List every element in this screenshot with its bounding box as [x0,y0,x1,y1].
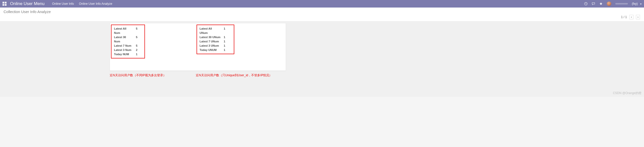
pager: 1 / 1 ‹ › [621,15,640,19]
stat-value: 5 [136,35,137,44]
right-stat-box: Latest All UNum1 Latest 30 UNum1 Latest … [197,25,234,54]
stat-row: Latest All Num5 [114,27,142,35]
pager-text: 1 / 1 [621,15,627,19]
top-navbar: Online User Menu Online User Info Online… [0,0,644,8]
stat-value: 2 [136,48,137,52]
pager-next-button[interactable]: › [636,15,640,19]
left-stat-box: Latest All Num5 Latest 30 Num5 Latest 7 … [111,25,145,58]
stat-row: Latest 3 Num2 [114,48,142,52]
stat-row: Latest 3 UNum1 [200,44,231,48]
sub-navbar: Collection User Info Analyze 1 / 1 ‹ › [0,8,644,22]
breadcrumb: Collection User Info Analyze [4,10,640,14]
form-sheet: Latest All Num5 Latest 30 Num5 Latest 7 … [110,23,286,71]
user-name[interactable]: (fxy) [632,2,638,6]
stat-value: 1 [224,27,225,35]
app-title: Online User Menu [10,1,45,6]
stat-label: Latest All UNum [200,27,221,35]
user-name-pill [615,3,628,5]
stat-value: 1 [136,52,137,56]
stat-row: Latest 30 Num5 [114,35,142,44]
stat-label: Latest 3 UNum [200,44,221,48]
stat-label: Latest 30 UNum [200,35,221,39]
stat-value: 1 [224,35,225,39]
apps-icon[interactable] [3,2,7,6]
user-avatar[interactable] [607,2,611,6]
stat-value: 5 [136,44,137,48]
stat-label: Latest 7 UNum [200,39,221,44]
watermark: CSDN @Orange的橙 [613,91,641,95]
stat-label: Latest All Num [114,27,133,35]
stat-value: 1 [224,44,225,48]
stat-row: Latest 7 Num5 [114,44,142,48]
stat-label: Latest 30 Num [114,35,133,44]
nav-link-online-user-info[interactable]: Online User Info [52,2,74,6]
chat-icon[interactable] [592,2,595,6]
nav-link-online-user-info-analyze[interactable]: Online User Info Analyze [79,2,112,6]
annotation-left: 近N天访问用户数（不同IP视为多次登录） [110,73,166,78]
stat-row: Latest 30 UNum1 [200,35,231,39]
stat-value: 5 [136,27,137,35]
user-menu-caret-icon[interactable]: ▾ [640,3,641,5]
stat-row: Today NUM1 [114,52,142,56]
main-canvas: Latest All Num5 Latest 30 Num5 Latest 7 … [0,22,644,97]
annotation-right: 近N天访问用户数（只Unique到User_id，不管多IP情况） [196,73,272,78]
stat-label: Today UNUM [200,48,221,52]
star-icon[interactable] [599,2,603,6]
stat-row: Latest 7 UNum1 [200,39,231,44]
stat-row: Latest All UNum1 [200,27,231,35]
stat-value: 1 [224,48,225,52]
stat-label: Latest 7 Num [114,44,133,48]
pager-prev-button[interactable]: ‹ [629,15,633,19]
nav-links: Online User Info Online User Info Analyz… [52,2,112,6]
stat-row: Today UNUM1 [200,48,231,52]
clock-icon[interactable] [584,2,588,6]
stat-value: 1 [224,39,225,44]
stat-label: Latest 3 Num [114,48,133,52]
stat-label: Today NUM [114,52,133,56]
